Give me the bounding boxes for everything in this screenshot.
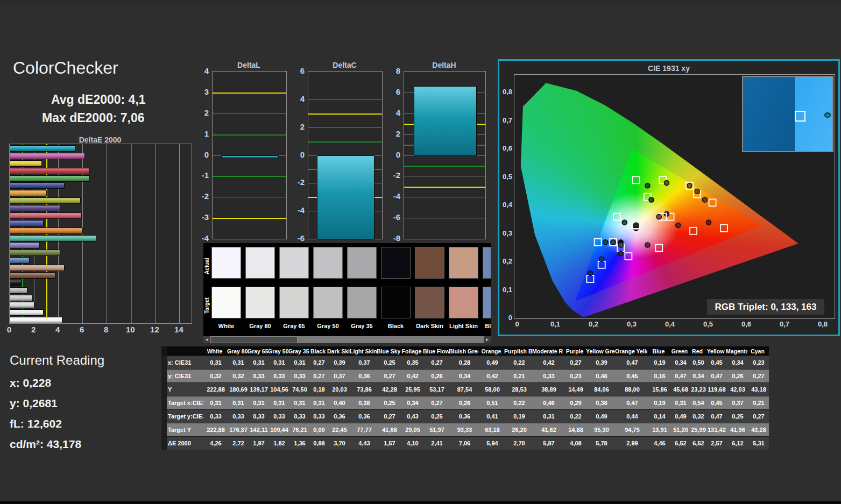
mini-y-tick: 8 (385, 66, 400, 75)
ref-line-green (308, 141, 382, 143)
actual-patch-blue-sky[interactable] (483, 247, 491, 279)
row-handle (161, 356, 167, 369)
cell: 0,36 (351, 413, 378, 420)
target-patch-light-skin[interactable] (449, 287, 478, 318)
colorchecker-app: ColorChecker Avg dE2000: 4,1 Max dE2000:… (0, 0, 841, 504)
deltae-bar-bluish-green (10, 235, 96, 242)
cell: 0,27 (378, 373, 401, 379)
cell: 84,06 (587, 386, 616, 393)
row-handle (161, 346, 167, 356)
ref-line-green (404, 166, 485, 167)
cell: 0,32 (690, 413, 706, 420)
swatch-strip[interactable]: ActualTargetWhiteGray 80Gray 65Gray 50Gr… (203, 243, 491, 336)
table-row-1[interactable]: x: CIE310,310,310,310,310,310,270,390,37… (161, 356, 769, 370)
cell: 0,49 (479, 359, 505, 366)
mini-y-tick: -4 (385, 191, 400, 201)
cie-1931-panel[interactable]: CIE 1931 xy RGB Triplet: 0, 133, 163 0,8… (498, 59, 840, 336)
cie-x-tick: 0,6 (739, 320, 754, 328)
actual-patch-gray-65[interactable] (279, 247, 309, 279)
cell: 0,19 (505, 413, 533, 420)
measured-dot-orange-yellow (695, 189, 699, 194)
actual-patch-light-skin[interactable] (449, 247, 478, 279)
target-patch-black[interactable] (381, 287, 411, 318)
cell: 0,34 (401, 400, 424, 406)
actual-patch-white[interactable] (211, 247, 241, 279)
ref-line-yellow (213, 93, 286, 94)
cell: 0,25 (727, 413, 748, 420)
actual-patch-gray-35[interactable] (347, 247, 377, 279)
table-row-5[interactable]: Target y:CIE310,330,330,330,330,330,330,… (161, 410, 769, 423)
col-header-foliage: Foliage (400, 348, 423, 354)
mini-y-tick: 0 (194, 150, 209, 159)
col-header-gray-80: Gray 80 (227, 348, 248, 354)
cell: 0,29 (564, 400, 587, 406)
ref-line-yellow (308, 113, 382, 115)
gridline-h (308, 127, 382, 128)
cell: 6,52 (671, 440, 690, 446)
target-patch-gray-80[interactable] (245, 287, 275, 318)
cell: 0,27 (748, 413, 769, 420)
mini-y-tick: 1 (194, 129, 209, 138)
cell: 0,25 (378, 400, 401, 406)
cell: 2,57 (706, 440, 727, 446)
deltae-x-tick: 8 (100, 325, 112, 334)
swatch-scrollbar[interactable]: ◄ ► (203, 336, 491, 343)
gridline-h (213, 113, 286, 114)
actual-patch-dark-skin[interactable] (415, 247, 444, 279)
table-row-7[interactable]: ΔE 20004,262,721,971,821,360,883,704,431… (161, 437, 769, 450)
deltae-bar-green (10, 175, 90, 182)
cell: 0,33 (289, 413, 310, 420)
cell: 22,45 (328, 427, 351, 433)
scrollbar-right-arrow-icon[interactable]: ► (484, 336, 491, 343)
cell: 0,38 (587, 400, 616, 406)
measured-dot-orange (702, 197, 707, 202)
row-label: Target x:CIE31 (167, 400, 203, 406)
cie-x-tick: 0,8 (815, 320, 830, 328)
actual-patch-black[interactable] (381, 247, 411, 279)
gridline-h (308, 100, 382, 100)
patch-label: Black (379, 323, 413, 329)
avg-de2000-value: Avg dE2000: 4,1 (51, 93, 146, 107)
target-patch-gray-35[interactable] (347, 287, 377, 318)
deltah-chart[interactable] (404, 71, 486, 239)
actual-patch-gray-50[interactable] (313, 247, 343, 279)
cell: 0,31 (533, 413, 564, 420)
row-label: Y (167, 386, 203, 393)
target-patch-gray-50[interactable] (313, 287, 343, 318)
cell: 6,12 (727, 440, 748, 446)
deltae-bar-cyan (10, 145, 75, 152)
cell: 0,37 (727, 400, 748, 406)
deltae-x-tick: 0 (3, 325, 16, 334)
scrollbar-left-arrow-icon[interactable]: ◄ (203, 336, 210, 343)
cell: 0,31 (310, 400, 328, 406)
measured-dot-moderate-red (676, 223, 681, 228)
window-top-strip (0, 0, 841, 4)
cell: 1,97 (249, 440, 269, 446)
table-row-6[interactable]: Target Y222,88176,37142,11109,4476,210,0… (161, 423, 769, 437)
table-row-4[interactable]: Target x:CIE310,310,310,310,310,310,310,… (161, 396, 769, 410)
cell: 0,31 (228, 359, 249, 366)
cell: 4,10 (401, 440, 424, 446)
deltal-chart[interactable] (212, 71, 287, 239)
table-row-2[interactable]: y: CIE310,320,320,330,330,330,270,370,36… (161, 370, 769, 383)
gridline-h (213, 197, 286, 197)
deltac-chart[interactable] (308, 71, 383, 239)
actual-patch-gray-80[interactable] (245, 247, 275, 279)
mini-y-tick: -2 (385, 171, 400, 180)
gridline-h (404, 197, 485, 197)
target-patch-white[interactable] (211, 287, 241, 318)
cell: 0,31 (203, 359, 228, 366)
target-patch-dark-skin[interactable] (415, 287, 444, 318)
row-handle (161, 423, 167, 436)
scrollbar-thumb[interactable] (210, 336, 298, 343)
col-header-blue-flower: Blue Flower (423, 348, 449, 354)
target-patch-blue-sky[interactable] (483, 287, 491, 318)
table-row-3[interactable]: Y222,88180,69139,17104,5674,500,1820,037… (161, 383, 769, 396)
deltae-bar-yellow (10, 160, 42, 167)
measurement-table[interactable]: WhiteGray 80Gray 65Gray 50Gray 35BlackDa… (161, 346, 769, 450)
cell: 95,30 (587, 427, 616, 433)
deltae-x-tick: 2 (27, 325, 40, 334)
target-patch-gray-65[interactable] (279, 287, 309, 318)
deltae-chart[interactable] (9, 144, 192, 324)
cell: 0,31 (269, 359, 289, 366)
